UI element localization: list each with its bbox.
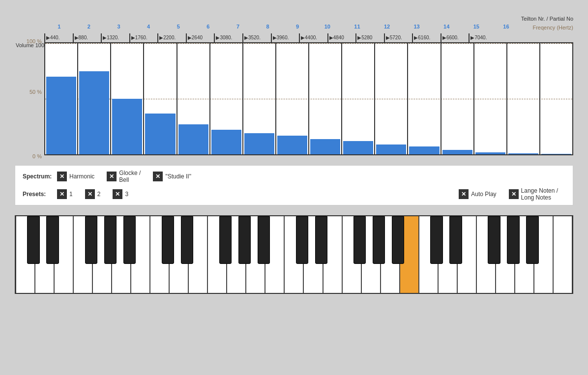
controls-panel: Spectrum: ✕ Harmonic ✕ Glocke /Bell ✕ "S… bbox=[15, 165, 573, 205]
white-key-26[interactable] bbox=[515, 216, 534, 293]
white-key-12[interactable] bbox=[246, 216, 265, 293]
preset1-label: 1 bbox=[69, 191, 73, 198]
freq-cell-4: ▶1760. bbox=[129, 33, 158, 42]
bar-15 bbox=[508, 153, 538, 154]
white-key-27[interactable] bbox=[534, 216, 553, 293]
bar-8 bbox=[277, 136, 307, 154]
white-key-11[interactable] bbox=[227, 216, 246, 293]
glocke-x-button[interactable]: ✕ bbox=[107, 172, 117, 181]
bar-column-12 bbox=[408, 43, 441, 154]
white-key-18[interactable] bbox=[361, 216, 381, 293]
bar-13 bbox=[442, 150, 472, 154]
freq-cell-10: ▶4400. bbox=[299, 33, 327, 42]
white-key-20[interactable] bbox=[400, 216, 419, 293]
white-key-15[interactable] bbox=[303, 216, 323, 293]
autoplay-label: Auto Play bbox=[471, 191, 496, 198]
freq-cell-13: ▶5720. bbox=[384, 33, 412, 42]
studie-label: "Studie II" bbox=[165, 173, 191, 180]
bar-column-16 bbox=[540, 43, 572, 154]
partial-nr-label: Teilton Nr. / Partial No bbox=[521, 15, 573, 24]
bar-column-11 bbox=[375, 43, 408, 154]
spectrum-chart bbox=[44, 42, 573, 155]
white-key-6[interactable] bbox=[131, 216, 150, 293]
preset-item-2[interactable]: ✕ 2 bbox=[85, 189, 101, 199]
bar-column-9 bbox=[309, 43, 342, 154]
white-key-17[interactable] bbox=[342, 216, 361, 293]
freq-cell-12: ▶5280 bbox=[355, 33, 384, 42]
bar-column-1 bbox=[45, 43, 78, 154]
white-key-3[interactable] bbox=[73, 216, 92, 293]
partial-num-5: 5 bbox=[163, 24, 193, 33]
white-key-10[interactable] bbox=[207, 216, 227, 293]
preset2-x-button[interactable]: ✕ bbox=[85, 189, 95, 199]
spectrum-item-harmonic[interactable]: ✕ Harmonic bbox=[57, 172, 94, 181]
partial-num-4: 4 bbox=[134, 24, 164, 33]
spectrum-item-glocke[interactable]: ✕ Glocke /Bell bbox=[107, 170, 141, 183]
white-key-0[interactable] bbox=[16, 216, 35, 293]
partial-num-11: 11 bbox=[342, 24, 372, 33]
white-key-4[interactable] bbox=[92, 216, 112, 293]
white-key-2[interactable] bbox=[54, 216, 73, 293]
white-key-25[interactable] bbox=[496, 216, 515, 293]
preset3-x-button[interactable]: ✕ bbox=[113, 189, 122, 199]
partial-num-2: 2 bbox=[74, 24, 104, 33]
white-key-13[interactable] bbox=[265, 216, 284, 293]
white-key-1[interactable] bbox=[35, 216, 54, 293]
white-key-14[interactable] bbox=[284, 216, 303, 293]
white-key-24[interactable] bbox=[476, 216, 496, 293]
autoplay-item[interactable]: ✕ Auto Play bbox=[459, 189, 496, 199]
white-key-19[interactable] bbox=[381, 216, 400, 293]
presets-label: Presets: bbox=[23, 191, 52, 198]
preset-item-1[interactable]: ✕ 1 bbox=[57, 189, 73, 199]
bar-5 bbox=[178, 124, 208, 154]
bar-3 bbox=[112, 99, 142, 154]
harmonic-x-button[interactable]: ✕ bbox=[57, 172, 67, 181]
bar-11 bbox=[376, 144, 406, 154]
preset-item-3[interactable]: ✕ 3 bbox=[113, 189, 128, 199]
bar-column-13 bbox=[441, 43, 474, 154]
bar-16 bbox=[541, 154, 571, 154]
presets-row: Presets: ✕ 1 ✕ 2 ✕ 3 ✕ Auto Play ✕ Lange… bbox=[23, 187, 565, 201]
partial-num-10: 10 bbox=[312, 24, 342, 33]
white-key-7[interactable] bbox=[150, 216, 169, 293]
spectrum-label: Spectrum: bbox=[23, 173, 52, 180]
autoplay-x-button[interactable]: ✕ bbox=[459, 189, 469, 199]
white-key-9[interactable] bbox=[188, 216, 207, 293]
bar-10 bbox=[343, 141, 373, 154]
partial-num-9: 9 bbox=[283, 24, 313, 33]
partial-num-8: 8 bbox=[253, 24, 283, 33]
preset3-label: 3 bbox=[125, 191, 128, 198]
white-key-28[interactable] bbox=[553, 216, 572, 293]
freq-cell-3: ▶1320. bbox=[101, 33, 129, 42]
spectrum-item-studie[interactable]: ✕ "Studie II" bbox=[153, 172, 191, 181]
partial-num-7: 7 bbox=[223, 24, 253, 33]
freq-cell-8: ▶3520. bbox=[242, 33, 271, 42]
partial-num-1: 1 bbox=[44, 24, 74, 33]
white-key-21[interactable] bbox=[419, 216, 438, 293]
studie-x-button[interactable]: ✕ bbox=[153, 172, 163, 181]
bar-column-3 bbox=[111, 43, 144, 154]
bar-column-7 bbox=[243, 43, 276, 154]
bar-6 bbox=[211, 130, 241, 154]
bar-12 bbox=[409, 146, 439, 154]
partial-num-13: 13 bbox=[402, 24, 432, 33]
partial-num-14: 14 bbox=[432, 24, 462, 33]
glocke-label: Glocke /Bell bbox=[119, 170, 141, 183]
white-key-5[interactable] bbox=[112, 216, 131, 293]
freq-cell-14: ▶6160. bbox=[412, 33, 441, 42]
longnotes-x-button[interactable]: ✕ bbox=[509, 189, 519, 199]
partial-num-12: 12 bbox=[372, 24, 402, 33]
freq-cell-16: ▶7040. bbox=[469, 33, 497, 42]
preset1-x-button[interactable]: ✕ bbox=[57, 189, 67, 199]
freq-cell-1: ▶440. bbox=[44, 33, 73, 42]
white-key-23[interactable] bbox=[457, 216, 476, 293]
freq-cell-11: ▶4840 bbox=[327, 33, 356, 42]
partial-num-15: 15 bbox=[462, 24, 492, 33]
white-key-8[interactable] bbox=[169, 216, 188, 293]
white-key-16[interactable] bbox=[323, 216, 342, 293]
bar-1 bbox=[46, 77, 76, 154]
longnotes-item[interactable]: ✕ Lange Noten /Long Notes bbox=[509, 187, 558, 201]
bar-column-6 bbox=[210, 43, 243, 154]
white-key-22[interactable] bbox=[438, 216, 457, 293]
piano-keyboard[interactable] bbox=[15, 215, 573, 294]
